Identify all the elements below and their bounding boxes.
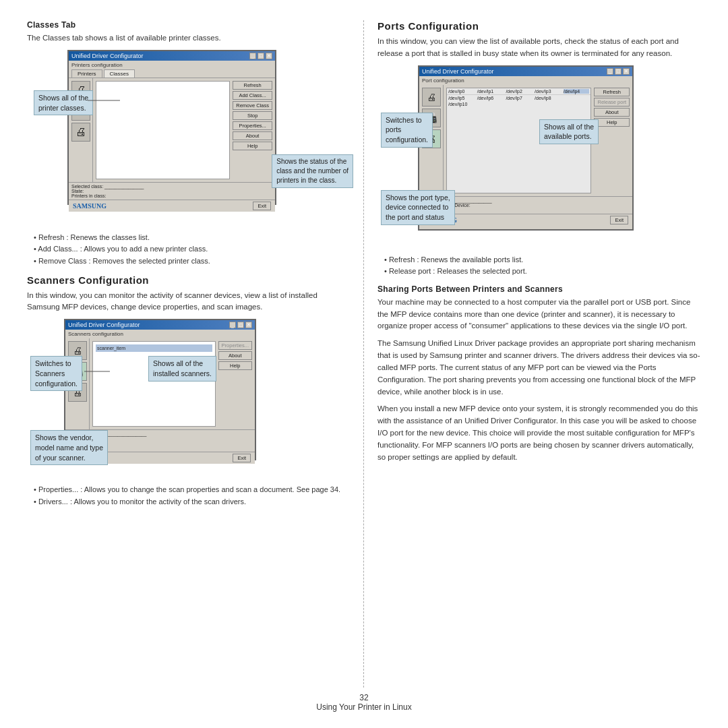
ports-row-1: /dev/lp0 /dev/lp1 /dev/lp2 /dev/lp3 /dev…	[447, 88, 590, 95]
scanner-buttons: Properties... About Help	[218, 338, 255, 429]
shows-all-text: Shows all of theprinter classes.	[34, 90, 93, 115]
ports-buttons: Refresh Release port About Help	[594, 85, 632, 196]
classes-window-title: Unified Driver Configurator	[71, 53, 144, 59]
ports-titlebar-btns: _ □ ✕	[607, 68, 630, 75]
printers-in-class-label: Printers in class:	[71, 193, 272, 198]
ports-exit-btn[interactable]: Exit	[610, 216, 628, 224]
remove-class-btn[interactable]: Remove Class	[233, 101, 272, 110]
ports-window-title: Unified Driver Configurator	[422, 68, 494, 75]
scanner-properties-btn[interactable]: Properties...	[218, 341, 252, 350]
callout-line-1	[88, 98, 121, 102]
shows-vendor-text: Shows the vendor,model name and typeof y…	[30, 430, 108, 465]
sharing-para-1: Your machine may be connected to a host …	[377, 297, 701, 332]
ports-titlebar: Unified Driver Configurator _ □ ✕	[419, 67, 632, 76]
port-item-lp7: /dev/lp7	[506, 96, 532, 100]
state-label: State:	[71, 189, 272, 193]
about-btn[interactable]: About	[233, 131, 272, 140]
two-col-layout: Classes Tab The Classes tab shows a list…	[27, 20, 701, 688]
switches-ports-callout: Switches toportsconfiguration.	[381, 113, 433, 148]
classes-content: 🖨 🖨 🖨 Refresh Add Class...	[69, 78, 275, 182]
scanners-section: Scanners Configuration In this window, y…	[27, 274, 350, 508]
classes-udc-window: Unified Driver Configurator _ □ ✕ Printe…	[67, 50, 276, 205]
ports-title: Ports Configuration	[377, 20, 701, 32]
shows-porttype-callout: Shows the port type,device connected tot…	[381, 190, 455, 225]
bullet-add-class: Add Class... : Allows you to add a new p…	[34, 243, 350, 255]
scanner-content: 🖨 📠 🖨 scanner_item Propert	[65, 338, 255, 429]
page-container: Classes Tab The Classes tab shows a list…	[0, 0, 728, 728]
p-close-btn[interactable]: ✕	[623, 68, 630, 75]
bullet-properties: Properties... : Allows you to change the…	[34, 484, 350, 496]
port-item-lp4-selected: /dev/lp4	[564, 89, 590, 94]
port-item-lp8: /dev/lp8	[535, 96, 561, 100]
scanners-title: Scanners Configuration	[27, 274, 350, 286]
scanner-help-btn[interactable]: Help	[218, 361, 252, 370]
stop-btn[interactable]: Stop	[233, 111, 272, 120]
shows-status-text: Shows the status of theclass and the num…	[272, 154, 353, 188]
classes-tab[interactable]: Classes	[104, 69, 135, 78]
s-close-btn[interactable]: ✕	[245, 322, 252, 328]
port-item-lp9	[564, 96, 590, 100]
shows-ports-text: Shows all of theavailable ports.	[539, 119, 599, 144]
bullet-remove-class: Remove Class : Removes the selected prin…	[34, 255, 350, 268]
shows-all-callout: Shows all of theprinter classes.	[34, 90, 93, 115]
printers-tab[interactable]: Printers	[71, 69, 102, 78]
left-column: Classes Tab The Classes tab shows a list…	[27, 20, 364, 688]
s-minimize-btn[interactable]: _	[229, 322, 236, 328]
add-class-btn[interactable]: Add Class...	[233, 91, 272, 100]
port-item-lp2: /dev/lp2	[506, 89, 532, 94]
ports-help-btn[interactable]: Help	[594, 118, 630, 127]
port-item-lp3: /dev/lp3	[535, 89, 561, 94]
exit-btn[interactable]: Exit	[253, 202, 271, 210]
ports-bullets: Refresh : Renews the available ports lis…	[384, 254, 701, 278]
p-minimize-btn[interactable]: _	[607, 68, 613, 75]
scanner-screenshot-area: Unified Driver Configurator _ □ ✕ Scanne…	[30, 319, 350, 477]
classes-buttons: Refresh Add Class... Remove Class Stop P…	[233, 78, 275, 182]
ports-content: 🖨 📠 🖨 /dev/lp0 /dev/lp1 /dev/lp2	[419, 85, 632, 196]
properties-btn[interactable]: Properties...	[233, 121, 272, 130]
ports-about-btn[interactable]: About	[594, 108, 630, 117]
ports-section: Ports Configuration In this window, you …	[377, 20, 701, 278]
classes-section: Classes Tab The Classes tab shows a list…	[27, 20, 350, 268]
shows-porttype-text: Shows the port type,device connected tot…	[381, 190, 455, 225]
bullet-drivers: Drivers... : Allows you to monitor the a…	[34, 496, 350, 508]
classes-list-area	[96, 81, 230, 179]
ports-icon-1: 🖨	[422, 88, 441, 107]
ports-row-3: /dev/lp10	[447, 101, 590, 107]
ports-refresh-btn[interactable]: Refresh	[594, 88, 630, 96]
bullet-ports-refresh: Refresh : Renews the available ports lis…	[384, 254, 701, 266]
refresh-btn[interactable]: Refresh	[233, 81, 272, 90]
scanners-description: In this window, you can monitor the acti…	[27, 290, 350, 314]
port-item-lp1: /dev/lp1	[477, 89, 504, 94]
page-title: Using Your Printer in Linux	[316, 702, 411, 712]
shows-scanners-text: Shows all of theinstalled scanners.	[148, 356, 216, 381]
classes-footer: SAMSUNG Exit	[69, 200, 275, 212]
scanner-config-label: Scanners configuration	[65, 330, 255, 338]
ports-screenshot-area: Unified Driver Configurator _ □ ✕ Port c…	[381, 65, 701, 247]
ports-description: In this window, you can view the list of…	[377, 36, 701, 60]
sharing-para-3: When you install a new MFP device onto y…	[377, 403, 701, 463]
port-item-lp0: /dev/lp0	[448, 89, 475, 94]
shows-vendor-callout: Shows the vendor,model name and typeof y…	[30, 430, 108, 465]
p-maximize-btn[interactable]: □	[615, 68, 621, 75]
selected-class-label: Selected class: _______________	[71, 184, 272, 189]
scanner-item: scanner_item	[96, 344, 212, 352]
minimize-btn[interactable]: _	[249, 53, 256, 59]
bullet-release-port: Release port : Releases the selected por…	[384, 266, 701, 278]
close-btn[interactable]: ✕	[266, 53, 272, 59]
scanner-titlebar: Unified Driver Configurator _ □ ✕	[65, 320, 255, 330]
scanner-about-btn[interactable]: About	[218, 351, 252, 360]
shows-scanners-callout: Shows all of theinstalled scanners.	[148, 356, 216, 381]
classes-screenshot-area: Unified Driver Configurator _ □ ✕ Printe…	[34, 50, 350, 225]
release-port-btn[interactable]: Release port	[594, 98, 630, 107]
s-maximize-btn[interactable]: □	[237, 322, 244, 328]
scanner-exit-btn[interactable]: Exit	[233, 454, 251, 462]
page-footer: 32 Using Your Printer in Linux	[27, 688, 701, 715]
page-number: 32	[359, 693, 368, 702]
callout-line-scanners	[84, 369, 111, 373]
maximize-btn[interactable]: □	[257, 53, 264, 59]
port-item-lp5: /dev/lp5	[448, 96, 475, 100]
help-btn[interactable]: Help	[233, 142, 272, 150]
sharing-para-2: The Samsung Unified Linux Driver package…	[377, 338, 701, 398]
scanner-window-title: Unified Driver Configurator	[68, 322, 140, 328]
shows-ports-callout: Shows all of theavailable ports.	[539, 119, 599, 144]
